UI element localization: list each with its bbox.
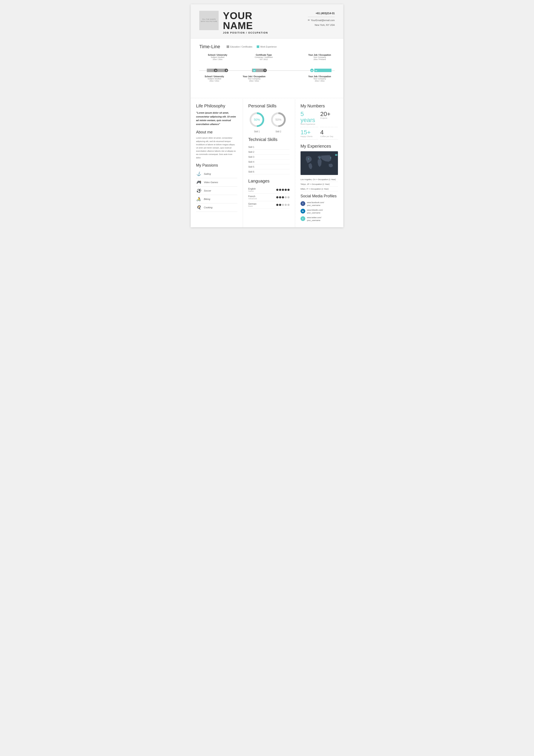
header-name-block: YOUR NAME JOB POSITION / OCCUPATION bbox=[223, 11, 304, 34]
experience-locations: Los Angeles, CA > Occupation (1 Year)Tok… bbox=[300, 177, 338, 191]
big-number: 15+ bbox=[300, 129, 318, 135]
lang-dot bbox=[282, 196, 284, 199]
my-experiences-title: My Experiences bbox=[300, 144, 338, 149]
passion-label: Sailing bbox=[204, 173, 211, 175]
timeline-section: Time-Line Education / Certificates Work … bbox=[191, 39, 343, 97]
lang-dot bbox=[279, 196, 281, 199]
big-number: 5 years bbox=[300, 111, 318, 123]
lang-name: English bbox=[248, 187, 256, 190]
skill-1-chart: 50% Skill 1 bbox=[248, 111, 266, 133]
email-row: ✉ YourEmail@email.com bbox=[308, 18, 335, 23]
number-cell: 5 yearsWork Experience bbox=[300, 111, 318, 127]
languages-title: Languages bbox=[248, 178, 290, 183]
lang-dot bbox=[279, 204, 281, 206]
tl-item-6: Your Job / Occupation Your Company 20xx … bbox=[307, 75, 333, 82]
my-numbers-title: My Numbers bbox=[300, 103, 338, 108]
header-section: FILL THE SHAPE WITH YOU PICTURE YOUR NAM… bbox=[191, 4, 343, 39]
lang-name: German bbox=[248, 202, 256, 205]
passion-item: 🍳Cooking bbox=[196, 203, 237, 212]
svg-text:50%: 50% bbox=[254, 118, 260, 122]
world-map bbox=[300, 151, 338, 175]
technical-skills-title: Technical Skills bbox=[248, 137, 290, 142]
email-icon: ✉ bbox=[308, 18, 310, 22]
main-content: Life Philosophy "Lorem ipsum dolor sit a… bbox=[191, 99, 343, 227]
passion-icon: 🎮 bbox=[196, 180, 201, 185]
legend-work-label: Work Experience bbox=[260, 46, 277, 48]
resume-container: FILL THE SHAPE WITH YOU PICTURE YOUR NAM… bbox=[191, 4, 343, 227]
dot-4: ◑ bbox=[214, 68, 217, 72]
big-number: 20+ bbox=[320, 111, 338, 117]
about-me-text: Lorem ipsum dolor sit amet, consectetur … bbox=[196, 136, 237, 159]
left-column: Life Philosophy "Lorem ipsum dolor sit a… bbox=[191, 99, 243, 227]
lang-dot bbox=[276, 196, 278, 199]
svg-point-7 bbox=[308, 159, 309, 159]
tech-skill-item: Skill 5 bbox=[248, 164, 290, 169]
legend-work-box bbox=[257, 45, 259, 48]
experience-location: Milan, IT > Occupation (1 Year) bbox=[300, 187, 338, 191]
timeline-legend: Education / Certificates Work Experience bbox=[227, 45, 277, 48]
tl-item-5: Your Job / Occupation Your Company 20xx … bbox=[242, 75, 266, 82]
passion-item: 🎮Video Games bbox=[196, 178, 237, 187]
passion-label: Video Games bbox=[204, 181, 218, 183]
passions-title: My Passions bbox=[196, 163, 237, 168]
personal-skills-title: Personal Skills bbox=[248, 103, 290, 108]
tech-skill-item: Skill 1 bbox=[248, 145, 290, 149]
skill-1-label: Skill 1 bbox=[248, 130, 266, 133]
lang-dot bbox=[276, 204, 278, 206]
tl-item-1: School / University Subject Studied 20xx… bbox=[206, 54, 229, 61]
lang-dot bbox=[288, 189, 290, 191]
dot-5: ▬ bbox=[253, 68, 256, 72]
passion-item: ⚓Sailing bbox=[196, 170, 237, 178]
svg-point-10 bbox=[336, 154, 337, 155]
passion-icon: ⚓ bbox=[196, 172, 201, 176]
lang-dot bbox=[285, 189, 287, 191]
passion-item: ⚽Soccer bbox=[196, 187, 237, 195]
tech-skill-item: Skill 6 bbox=[248, 169, 290, 174]
donut-svg-1: 50% bbox=[248, 111, 266, 128]
legend-edu-label: Education / Certificates bbox=[230, 46, 252, 48]
timeline-header: Time-Line Education / Certificates Work … bbox=[199, 44, 335, 49]
social-icon-fb[interactable]: f bbox=[300, 201, 305, 206]
social-profile-item: f www.facebook.com/your_username bbox=[300, 200, 338, 208]
location-row: New York, NY USA bbox=[308, 23, 335, 27]
tech-skills-list: Skill 1Skill 2Skill 3Skill 4Skill 5Skill… bbox=[248, 145, 290, 174]
social-icon-tw[interactable]: t bbox=[300, 216, 305, 221]
legend-edu: Education / Certificates bbox=[227, 45, 252, 48]
tech-skill-item: Skill 4 bbox=[248, 159, 290, 164]
passion-label: Biking bbox=[204, 198, 210, 200]
language-item: GermanBasic bbox=[248, 201, 290, 209]
passion-icon: ⚽ bbox=[196, 188, 201, 193]
big-number: 4 bbox=[320, 129, 338, 135]
lang-dot bbox=[282, 189, 284, 191]
dot-2: ⚙ bbox=[263, 68, 267, 72]
lang-level: Advanced bbox=[248, 198, 257, 200]
social-icon-li[interactable]: in bbox=[300, 209, 305, 213]
lang-dot bbox=[285, 196, 287, 199]
email-address: YourEmail@email.com bbox=[311, 18, 335, 23]
tl-item-4: School / University Subject Studied 20xx… bbox=[201, 75, 227, 82]
experience-location: Los Angeles, CA > Occupation (1 Year) bbox=[300, 177, 338, 182]
numbers-grid: 5 yearsWork Experience20+Projects15+Happ… bbox=[300, 111, 338, 140]
lang-dots bbox=[276, 189, 290, 191]
skill-2-label: Skill 2 bbox=[270, 130, 287, 133]
languages-list: EnglishNativeFrenchAdvancedGermanBasic bbox=[248, 186, 290, 209]
dot-6: ▬ bbox=[315, 68, 318, 72]
timeline-title: Time-Line bbox=[199, 44, 220, 49]
lang-name: French bbox=[248, 195, 257, 198]
map-svg bbox=[300, 151, 338, 175]
life-philosophy-title: Life Philosophy bbox=[196, 103, 237, 108]
dot-3: ▬ bbox=[310, 68, 314, 72]
philosophy-quote: "Lorem ipsum dolor sit amet, consectetur… bbox=[196, 111, 237, 126]
lang-dot bbox=[285, 204, 287, 206]
header-contact: +61 (403)214-31 ✉ YourEmail@email.com Ne… bbox=[308, 11, 335, 27]
language-item: EnglishNative bbox=[248, 186, 290, 194]
social-profile-item: in www.linkedin.com/your_username bbox=[300, 208, 338, 215]
photo-placeholder: FILL THE SHAPE WITH YOU PICTURE bbox=[199, 11, 218, 30]
dot-1: ◑ bbox=[225, 68, 228, 72]
social-text: www.twitter.com/your_username bbox=[307, 216, 321, 222]
lang-dots bbox=[276, 196, 290, 199]
right-column: My Numbers 5 yearsWork Experience20+Proj… bbox=[295, 99, 343, 227]
number-label: Happy Clients bbox=[300, 135, 318, 138]
lang-dot bbox=[279, 189, 281, 191]
phone-number: +61 (403)214-31 bbox=[308, 11, 335, 17]
